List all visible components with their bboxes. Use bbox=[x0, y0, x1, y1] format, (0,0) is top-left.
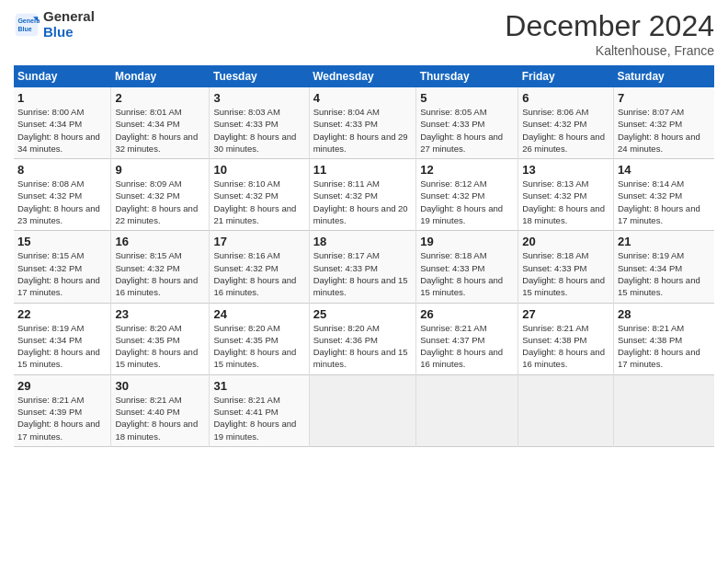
sunset-label: Sunset: 4:41 PM bbox=[213, 407, 278, 417]
day-info: Sunrise: 8:08 AM Sunset: 4:32 PM Dayligh… bbox=[17, 178, 107, 226]
day-info: Sunrise: 8:21 AM Sunset: 4:39 PM Dayligh… bbox=[17, 394, 107, 442]
calendar-cell: 31 Sunrise: 8:21 AM Sunset: 4:41 PM Dayl… bbox=[210, 374, 309, 446]
sunrise-label: Sunrise: 8:06 AM bbox=[522, 107, 588, 117]
sunset-label: Sunset: 4:38 PM bbox=[522, 335, 586, 345]
sunrise-label: Sunrise: 8:03 AM bbox=[213, 107, 279, 117]
day-number: 12 bbox=[420, 163, 514, 177]
calendar-cell: 30 Sunrise: 8:21 AM Sunset: 4:40 PM Dayl… bbox=[111, 374, 210, 446]
day-number: 31 bbox=[213, 379, 304, 393]
header: General Blue General Blue December 2024 … bbox=[14, 9, 714, 58]
sunrise-label: Sunrise: 8:17 AM bbox=[313, 250, 380, 260]
daylight-label: Daylight: 8 hours and 29 minutes. bbox=[313, 132, 408, 154]
sunset-label: Sunset: 4:33 PM bbox=[213, 119, 278, 129]
day-info: Sunrise: 8:15 AM Sunset: 4:32 PM Dayligh… bbox=[17, 249, 107, 298]
day-info: Sunrise: 8:16 AM Sunset: 4:32 PM Dayligh… bbox=[213, 249, 304, 298]
sunset-label: Sunset: 4:35 PM bbox=[115, 335, 179, 345]
sunrise-label: Sunrise: 8:12 AM bbox=[420, 178, 486, 189]
sunrise-label: Sunrise: 8:21 AM bbox=[522, 323, 588, 333]
sunset-label: Sunset: 4:32 PM bbox=[213, 263, 278, 273]
daylight-label: Daylight: 8 hours and 19 minutes. bbox=[213, 419, 296, 441]
day-info: Sunrise: 8:19 AM Sunset: 4:34 PM Dayligh… bbox=[618, 249, 711, 298]
day-info: Sunrise: 8:21 AM Sunset: 4:38 PM Dayligh… bbox=[618, 322, 711, 371]
day-number: 19 bbox=[420, 235, 514, 248]
calendar-cell: 28 Sunrise: 8:21 AM Sunset: 4:38 PM Dayl… bbox=[613, 303, 714, 374]
calendar-cell: 18 Sunrise: 8:17 AM Sunset: 4:33 PM Dayl… bbox=[309, 231, 416, 303]
day-info: Sunrise: 8:03 AM Sunset: 4:33 PM Dayligh… bbox=[213, 106, 304, 155]
sunrise-label: Sunrise: 8:21 AM bbox=[618, 323, 684, 333]
day-info: Sunrise: 8:21 AM Sunset: 4:37 PM Dayligh… bbox=[420, 322, 514, 371]
day-number: 21 bbox=[618, 235, 711, 248]
calendar-cell: 21 Sunrise: 8:19 AM Sunset: 4:34 PM Dayl… bbox=[613, 231, 714, 303]
sunset-label: Sunset: 4:34 PM bbox=[618, 263, 682, 273]
calendar-cell bbox=[416, 374, 518, 446]
calendar-cell: 8 Sunrise: 8:08 AM Sunset: 4:32 PM Dayli… bbox=[14, 159, 111, 231]
sunrise-label: Sunrise: 8:19 AM bbox=[17, 323, 84, 333]
calendar-cell: 1 Sunrise: 8:00 AM Sunset: 4:34 PM Dayli… bbox=[14, 87, 111, 159]
day-info: Sunrise: 8:14 AM Sunset: 4:32 PM Dayligh… bbox=[618, 178, 711, 226]
sunset-label: Sunset: 4:35 PM bbox=[213, 335, 278, 345]
calendar-cell bbox=[613, 374, 714, 446]
page-container: General Blue General Blue December 2024 … bbox=[0, 0, 728, 456]
day-info: Sunrise: 8:20 AM Sunset: 4:36 PM Dayligh… bbox=[313, 322, 413, 371]
sunset-label: Sunset: 4:32 PM bbox=[115, 190, 179, 201]
calendar-cell: 4 Sunrise: 8:04 AM Sunset: 4:33 PM Dayli… bbox=[309, 87, 416, 159]
calendar-cell: 24 Sunrise: 8:20 AM Sunset: 4:35 PM Dayl… bbox=[210, 303, 309, 374]
daylight-label: Daylight: 8 hours and 16 minutes. bbox=[115, 275, 198, 297]
calendar-table: Sunday Monday Tuesday Wednesday Thursday… bbox=[14, 65, 714, 447]
sunrise-label: Sunrise: 8:16 AM bbox=[213, 250, 279, 260]
sunset-label: Sunset: 4:32 PM bbox=[17, 263, 82, 273]
calendar-cell: 9 Sunrise: 8:09 AM Sunset: 4:32 PM Dayli… bbox=[111, 159, 210, 231]
day-number: 18 bbox=[313, 235, 413, 248]
calendar-week-5: 29 Sunrise: 8:21 AM Sunset: 4:39 PM Dayl… bbox=[14, 374, 714, 446]
daylight-label: Daylight: 8 hours and 32 minutes. bbox=[115, 132, 198, 154]
sunrise-label: Sunrise: 8:04 AM bbox=[313, 107, 380, 117]
calendar-cell: 3 Sunrise: 8:03 AM Sunset: 4:33 PM Dayli… bbox=[210, 87, 309, 159]
calendar-cell bbox=[309, 374, 416, 446]
sunrise-label: Sunrise: 8:21 AM bbox=[17, 395, 84, 405]
day-number: 26 bbox=[420, 307, 514, 321]
col-saturday: Saturday bbox=[613, 65, 714, 87]
calendar-cell: 5 Sunrise: 8:05 AM Sunset: 4:33 PM Dayli… bbox=[416, 87, 518, 159]
calendar-week-1: 1 Sunrise: 8:00 AM Sunset: 4:34 PM Dayli… bbox=[14, 87, 714, 159]
sunrise-label: Sunrise: 8:10 AM bbox=[213, 178, 279, 189]
calendar-body: 1 Sunrise: 8:00 AM Sunset: 4:34 PM Dayli… bbox=[14, 87, 714, 446]
sunset-label: Sunset: 4:32 PM bbox=[522, 190, 586, 201]
day-info: Sunrise: 8:21 AM Sunset: 4:38 PM Dayligh… bbox=[522, 322, 609, 371]
sunset-label: Sunset: 4:32 PM bbox=[313, 190, 378, 201]
daylight-label: Daylight: 8 hours and 16 minutes. bbox=[420, 347, 503, 369]
day-number: 10 bbox=[213, 163, 304, 177]
daylight-label: Daylight: 8 hours and 17 minutes. bbox=[618, 347, 700, 369]
sunrise-label: Sunrise: 8:20 AM bbox=[313, 323, 380, 333]
daylight-label: Daylight: 8 hours and 16 minutes. bbox=[522, 347, 605, 369]
calendar-cell: 6 Sunrise: 8:06 AM Sunset: 4:32 PM Dayli… bbox=[518, 87, 614, 159]
day-number: 2 bbox=[115, 91, 205, 105]
calendar-cell: 25 Sunrise: 8:20 AM Sunset: 4:36 PM Dayl… bbox=[309, 303, 416, 374]
day-info: Sunrise: 8:21 AM Sunset: 4:41 PM Dayligh… bbox=[213, 394, 304, 442]
daylight-label: Daylight: 8 hours and 16 minutes. bbox=[213, 275, 296, 297]
daylight-label: Daylight: 8 hours and 18 minutes. bbox=[522, 203, 605, 225]
sunset-label: Sunset: 4:33 PM bbox=[420, 119, 484, 129]
calendar-cell: 22 Sunrise: 8:19 AM Sunset: 4:34 PM Dayl… bbox=[14, 303, 111, 374]
day-info: Sunrise: 8:09 AM Sunset: 4:32 PM Dayligh… bbox=[115, 178, 205, 226]
sunrise-label: Sunrise: 8:21 AM bbox=[115, 395, 181, 405]
day-number: 11 bbox=[313, 163, 413, 177]
calendar-cell: 12 Sunrise: 8:12 AM Sunset: 4:32 PM Dayl… bbox=[416, 159, 518, 231]
sunrise-label: Sunrise: 8:00 AM bbox=[17, 107, 84, 117]
sunset-label: Sunset: 4:32 PM bbox=[420, 190, 484, 201]
daylight-label: Daylight: 8 hours and 15 minutes. bbox=[618, 275, 700, 297]
calendar-cell: 11 Sunrise: 8:11 AM Sunset: 4:32 PM Dayl… bbox=[309, 159, 416, 231]
day-info: Sunrise: 8:18 AM Sunset: 4:33 PM Dayligh… bbox=[420, 249, 514, 298]
calendar-cell: 15 Sunrise: 8:15 AM Sunset: 4:32 PM Dayl… bbox=[14, 231, 111, 303]
sunrise-label: Sunrise: 8:07 AM bbox=[618, 107, 684, 117]
day-number: 6 bbox=[522, 91, 609, 105]
logo-line2: Blue bbox=[43, 25, 95, 40]
sunset-label: Sunset: 4:33 PM bbox=[313, 263, 378, 273]
day-number: 29 bbox=[17, 379, 107, 393]
calendar-cell: 27 Sunrise: 8:21 AM Sunset: 4:38 PM Dayl… bbox=[518, 303, 614, 374]
logo-line1: General bbox=[43, 9, 95, 25]
logo-icon: General Blue bbox=[14, 12, 40, 38]
sunset-label: Sunset: 4:34 PM bbox=[17, 119, 82, 129]
day-number: 17 bbox=[213, 235, 304, 248]
title-block: December 2024 Kaltenhouse, France bbox=[505, 9, 714, 58]
calendar-cell bbox=[518, 374, 614, 446]
